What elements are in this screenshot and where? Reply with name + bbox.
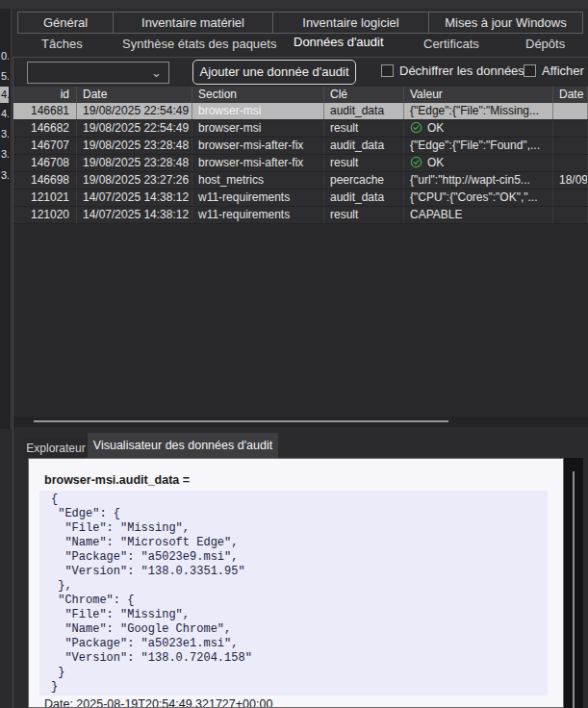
host-list-stub-row[interactable]: 0..: [0, 48, 9, 64]
column-header-section[interactable]: Section: [192, 87, 324, 103]
column-header-id[interactable]: id: [13, 87, 77, 103]
chevron-down-icon: ⌄: [151, 63, 162, 83]
cell-section: host_metrics: [192, 172, 324, 189]
host-list-stub-row[interactable]: 3..: [0, 167, 9, 184]
cell-section: browser-msi: [192, 103, 324, 119]
host-list-stub-row[interactable]: 5..: [0, 68, 9, 85]
tab-taches[interactable]: Tâches: [41, 37, 83, 51]
cell-key: peercache: [324, 172, 404, 189]
audit-date-line: Date: 2025-08-19T20:54:49.321727+00:00: [44, 697, 272, 708]
tab-visualisateur-donnees-audit[interactable]: Visualisateur des données d'audit: [88, 433, 278, 459]
cell-section: w11-requirements: [192, 207, 324, 223]
tab-general[interactable]: Général: [17, 12, 114, 34]
cell-date2: [553, 155, 588, 171]
cell-key: audit_data: [324, 190, 404, 206]
cell-key: result: [324, 120, 404, 137]
table-header: id Date Section Clé Valeur Date c: [13, 87, 588, 103]
table-row[interactable]: 146708 19/08/2025 23:28:48 browser-msi-a…: [13, 155, 588, 172]
cell-key: audit_data: [324, 103, 404, 119]
table-row[interactable]: 146698 19/08/2025 23:27:26 host_metrics …: [13, 172, 588, 190]
cell-date: 19/08/2025 22:54:49: [77, 103, 192, 119]
vertical-scrollbar-thumb[interactable]: [573, 471, 575, 708]
tab-bar-row1: Général Inventaire matériel Inventaire l…: [17, 12, 583, 34]
cell-value: {"Edge":{"File":"Missing...: [404, 103, 553, 119]
cell-key: audit_data: [324, 138, 404, 154]
cell-date: 14/07/2025 14:38:12: [77, 207, 192, 223]
decrypt-checkbox[interactable]: [381, 64, 394, 77]
cell-value: {"CPU":{"Cores":"OK","...: [404, 190, 553, 206]
app-window: 0.. 5.. 4.. 4.. 3.. 3.. 3.. Général Inve…: [0, 0, 588, 708]
cell-value: {"Edge":{"File":"Found",...: [404, 138, 553, 154]
json-content: { "Edge": { "File": "Missing", "Name": "…: [39, 491, 548, 695]
cell-value: CAPABLE: [404, 207, 553, 223]
cell-date: 14/07/2025 14:38:12: [77, 190, 192, 206]
check-circle-icon: [410, 156, 422, 171]
cell-value: OK: [404, 120, 553, 137]
cell-date: 19/08/2025 22:54:49: [77, 120, 192, 137]
cell-date2: [553, 207, 588, 223]
cell-value-text: OK: [427, 121, 444, 135]
host-list-stub-row[interactable]: 3..: [0, 126, 9, 142]
tab-explorateur[interactable]: Explorateur: [24, 439, 88, 459]
cell-date: 19/08/2025 23:28:48: [77, 138, 192, 154]
table-row[interactable]: 121021 14/07/2025 14:38:12 w11-requireme…: [13, 190, 588, 207]
cell-section: browser-msi-after-fix: [192, 155, 324, 171]
cell-id: 121020: [13, 207, 77, 223]
tab-donnees-daudit[interactable]: Données d'audit: [294, 35, 384, 49]
host-list-stub: 0.. 5.. 4.. 4.. 3.. 3.. 3..: [0, 9, 12, 429]
table-row[interactable]: 146681 19/08/2025 22:54:49 browser-msi a…: [13, 103, 588, 120]
column-header-date2[interactable]: Date c: [553, 87, 588, 103]
table-row[interactable]: 146682 19/08/2025 22:54:49 browser-msi r…: [13, 120, 588, 138]
cell-date2: [553, 120, 588, 137]
table-row[interactable]: 146707 19/08/2025 23:28:48 browser-msi-a…: [13, 138, 588, 155]
json-code-box: { "Edge": { "File": "Missing", "Name": "…: [39, 491, 548, 695]
tab-certificats[interactable]: Certificats: [423, 37, 479, 51]
cell-date: 19/08/2025 23:28:48: [77, 155, 192, 171]
cell-section: browser-msi-after-fix: [192, 138, 324, 154]
tab-mises-a-jour-windows[interactable]: Mises à jour Windows: [428, 12, 583, 34]
column-header-valeur[interactable]: Valeur: [404, 87, 553, 103]
cell-section: w11-requirements: [192, 190, 324, 206]
cell-date2: [553, 138, 588, 154]
cell-section: browser-msi: [192, 120, 324, 137]
horizontal-scrollbar-thumb[interactable]: [34, 420, 448, 422]
cell-value-text: OK: [427, 156, 444, 169]
cell-id: 121021: [13, 190, 77, 206]
tab-synthese-etats-des-paquets[interactable]: Synthèse états des paquets: [122, 37, 276, 51]
column-header-date[interactable]: Date: [77, 87, 192, 103]
show-checkbox-label[interactable]: Afficher: [542, 63, 584, 79]
audit-data-viewer-panel: browser-msi.audit_data = { "Edge": { "Fi…: [28, 458, 564, 708]
host-list-stub-row[interactable]: 4..: [0, 106, 9, 122]
cell-date2: [553, 103, 588, 119]
host-list-stub-row-selected[interactable]: 4..: [0, 87, 9, 103]
cell-id: 146682: [13, 120, 77, 137]
cell-value: {"url":"http://wapt-cin5...: [404, 172, 553, 189]
cell-date2: 18/09: [553, 172, 588, 189]
audit-filter-combobox[interactable]: ⌄: [27, 62, 169, 84]
check-circle-icon: [410, 121, 422, 137]
table-empty-area: [13, 224, 588, 417]
cell-date2: [553, 190, 588, 206]
viewer-heading: browser-msi.audit_data =: [44, 473, 190, 487]
tab-depots[interactable]: Dépôts: [525, 37, 565, 51]
cell-key: result: [324, 155, 404, 171]
cell-value: OK: [404, 155, 553, 171]
tab-inventaire-materiel[interactable]: Inventaire matériel: [113, 12, 273, 34]
table-row[interactable]: 121020 14/07/2025 14:38:12 w11-requireme…: [13, 207, 588, 224]
cell-id: 146707: [13, 138, 77, 154]
add-audit-button[interactable]: Ajouter une donnée d'audit: [192, 60, 356, 85]
audit-data-table: id Date Section Clé Valeur Date c 146681…: [13, 87, 588, 224]
show-checkbox[interactable]: [524, 64, 536, 77]
host-list-stub-row[interactable]: 3..: [0, 146, 9, 163]
cell-key: result: [324, 207, 404, 223]
tab-inventaire-logiciel[interactable]: Inventaire logiciel: [272, 12, 429, 34]
cell-id: 146708: [13, 155, 77, 171]
cell-id: 146698: [13, 172, 77, 189]
top-strip: [0, 0, 588, 9]
column-header-cle[interactable]: Clé: [324, 87, 404, 103]
decrypt-checkbox-label[interactable]: Déchiffrer les données: [399, 63, 524, 79]
cell-id: 146681: [13, 103, 77, 119]
cell-date: 19/08/2025 23:27:26: [77, 172, 192, 189]
